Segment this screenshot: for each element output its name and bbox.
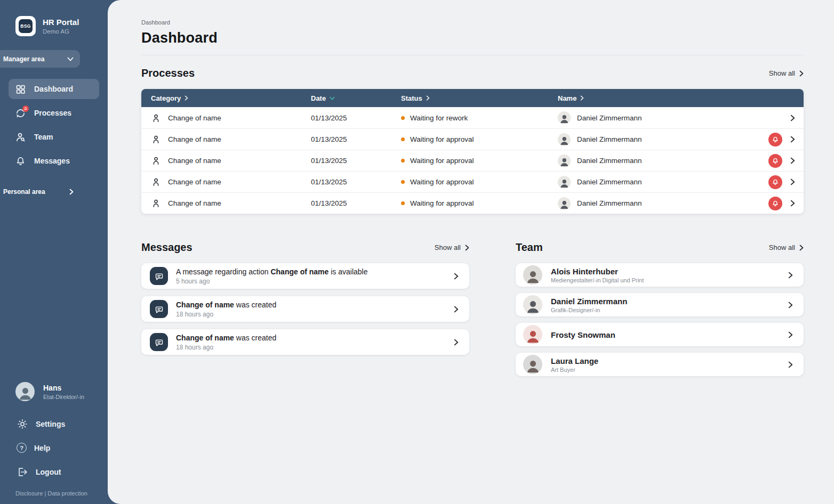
grid-icon bbox=[15, 84, 26, 95]
user-name: Hans bbox=[43, 384, 84, 392]
message-title: A message regarding action Change of nam… bbox=[176, 267, 446, 276]
avatar bbox=[15, 382, 35, 401]
member-role: Art Buyer bbox=[551, 367, 780, 373]
message-time: 18 hours ago bbox=[176, 311, 446, 318]
process-name: Daniel Zimmermann bbox=[577, 135, 642, 143]
chevron-right-icon bbox=[454, 273, 459, 280]
user-profile[interactable]: Hans Etat-Direktor/-in bbox=[0, 382, 108, 401]
processes-show-all-link[interactable]: Show all bbox=[769, 69, 804, 77]
message-bubble-icon bbox=[150, 300, 168, 318]
person-icon bbox=[151, 113, 161, 123]
message-title: Change of name was created bbox=[176, 300, 446, 309]
status-dot bbox=[401, 159, 405, 162]
alert-bell-badge[interactable] bbox=[768, 197, 782, 210]
sidebar-item-messages[interactable]: Messages bbox=[9, 151, 99, 171]
show-all-label: Show all bbox=[435, 243, 461, 251]
breadcrumb: Dashboard bbox=[141, 19, 804, 26]
alert-bell-badge[interactable] bbox=[768, 154, 782, 168]
avatar bbox=[558, 111, 571, 124]
avatar bbox=[558, 176, 571, 189]
sidebar-item-label: Processes bbox=[34, 109, 71, 117]
avatar bbox=[558, 133, 571, 146]
alert-bell-badge[interactable] bbox=[768, 175, 782, 189]
sidebar-item-dashboard[interactable]: Dashboard bbox=[9, 79, 99, 99]
team-section: Team Show all Alois Hinterhuber Medienge… bbox=[516, 241, 804, 376]
person-icon bbox=[151, 198, 161, 208]
table-row[interactable]: Change of name 01/13/2025 Waiting for ap… bbox=[141, 128, 804, 150]
app-name: HR Portal bbox=[43, 18, 79, 28]
process-name: Daniel Zimmermann bbox=[577, 114, 642, 122]
table-row[interactable]: Change of name 01/13/2025 Waiting for ap… bbox=[141, 150, 804, 171]
chevron-right-icon bbox=[69, 189, 74, 195]
process-category: Change of name bbox=[168, 199, 221, 207]
help-button[interactable]: ? Help bbox=[0, 436, 108, 460]
messages-show-all-link[interactable]: Show all bbox=[435, 243, 469, 251]
logout-button[interactable]: Logout bbox=[0, 460, 108, 484]
team-member-card[interactable]: Daniel Zimmermann Grafik-Designer/-in bbox=[516, 293, 804, 316]
table-row[interactable]: Change of name 01/13/2025 Waiting for re… bbox=[141, 107, 804, 128]
avatar bbox=[523, 265, 542, 284]
process-category: Change of name bbox=[168, 157, 221, 165]
team-show-all-link[interactable]: Show all bbox=[769, 243, 804, 251]
member-name: Laura Lange bbox=[551, 356, 780, 365]
chevron-right-icon bbox=[454, 306, 459, 313]
table-row[interactable]: Change of name 01/13/2025 Waiting for ap… bbox=[141, 192, 804, 214]
message-bubble-icon bbox=[150, 333, 168, 351]
area-switcher[interactable]: Manager area bbox=[0, 50, 80, 68]
column-header-date[interactable]: Date bbox=[311, 94, 401, 102]
settings-button[interactable]: Settings bbox=[0, 412, 108, 436]
show-all-label: Show all bbox=[769, 243, 795, 251]
column-header-name[interactable]: Name bbox=[558, 94, 804, 102]
chevron-right-icon[interactable] bbox=[790, 157, 795, 164]
person-icon bbox=[151, 156, 161, 166]
avatar bbox=[523, 355, 542, 374]
chevron-right-icon bbox=[799, 245, 804, 251]
team-member-card[interactable]: Laura Lange Art Buyer bbox=[516, 353, 804, 376]
member-role: Mediengestalter/-in Digital und Print bbox=[551, 277, 780, 283]
avatar bbox=[558, 155, 571, 167]
process-date: 01/13/2025 bbox=[311, 114, 401, 122]
sidebar-bottom: Hans Etat-Direktor/-in Settings ? Help L… bbox=[0, 382, 108, 504]
sidebar-item-label: Messages bbox=[34, 157, 70, 165]
team-member-card[interactable]: Alois Hinterhuber Mediengestalter/-in Di… bbox=[516, 263, 804, 287]
chevron-right-icon bbox=[185, 95, 188, 101]
chevron-right-icon[interactable] bbox=[790, 115, 795, 121]
chevron-right-icon[interactable] bbox=[790, 178, 795, 185]
sort-chevron-down-icon bbox=[330, 96, 335, 100]
logout-icon bbox=[17, 466, 28, 478]
message-card[interactable]: A message regarding action Change of nam… bbox=[141, 263, 469, 289]
sidebar-item-processes[interactable]: Processes bbox=[9, 103, 99, 123]
member-role: Grafik-Designer/-in bbox=[551, 307, 780, 313]
table-row[interactable]: Change of name 01/13/2025 Waiting for ap… bbox=[141, 171, 804, 192]
column-header-status[interactable]: Status bbox=[401, 94, 558, 102]
message-card[interactable]: Change of name was created 18 hours ago bbox=[141, 296, 469, 322]
person-icon bbox=[151, 134, 161, 144]
message-bubble-icon bbox=[150, 267, 168, 285]
logout-label: Logout bbox=[36, 468, 61, 476]
message-card[interactable]: Change of name was created 18 hours ago bbox=[141, 329, 469, 355]
message-time: 18 hours ago bbox=[176, 344, 446, 351]
main-content: Dashboard Dashboard Processes Show all C… bbox=[108, 0, 834, 504]
process-status: Waiting for approval bbox=[410, 135, 474, 143]
app-org: Demo AG bbox=[43, 28, 79, 35]
chevron-right-icon[interactable] bbox=[790, 136, 795, 143]
sidebar-item-team[interactable]: Team bbox=[9, 127, 99, 147]
app-logo: BSG bbox=[15, 16, 36, 36]
team-member-card[interactable]: Frosty Snowman bbox=[516, 323, 804, 346]
sync-icon bbox=[15, 108, 26, 119]
alert-bell-badge[interactable] bbox=[768, 133, 782, 147]
process-status: Waiting for approval bbox=[410, 199, 474, 207]
member-name: Frosty Snowman bbox=[551, 330, 780, 339]
legal-links[interactable]: Disclosure | Data protection bbox=[0, 490, 108, 497]
chevron-right-icon[interactable] bbox=[790, 200, 795, 207]
process-date: 01/13/2025 bbox=[311, 135, 401, 143]
chevron-right-icon bbox=[788, 302, 793, 308]
alert-badge bbox=[22, 105, 29, 112]
person-icon bbox=[151, 177, 161, 187]
process-status: Waiting for approval bbox=[410, 157, 474, 165]
show-all-label: Show all bbox=[769, 69, 795, 77]
column-header-category[interactable]: Category bbox=[141, 94, 311, 102]
sidebar-item-label: Dashboard bbox=[34, 85, 73, 93]
messages-heading: Messages bbox=[141, 241, 193, 254]
personal-area-link[interactable]: Personal area bbox=[0, 188, 80, 196]
